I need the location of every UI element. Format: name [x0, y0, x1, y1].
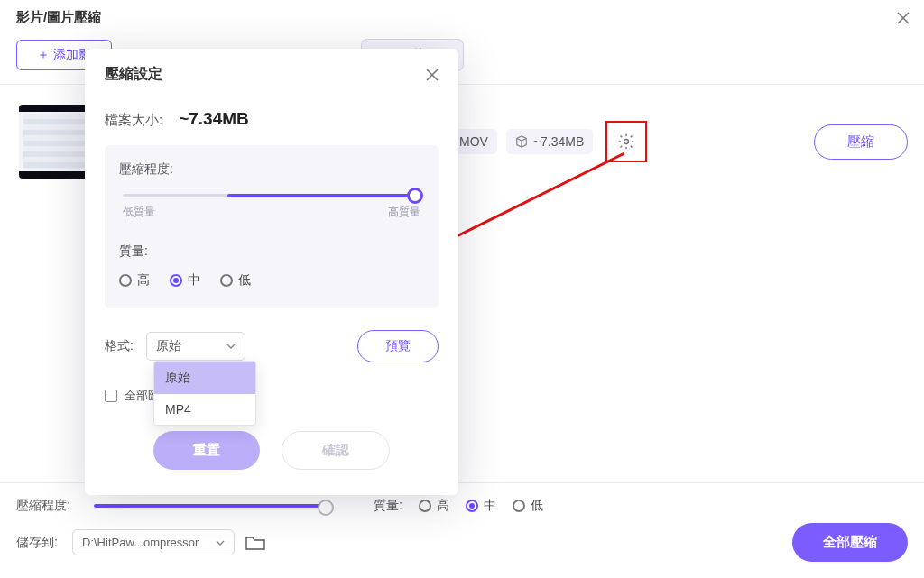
compression-slider-fill: [227, 194, 421, 197]
format-option-original[interactable]: 原始: [154, 362, 255, 394]
format-option-mp4[interactable]: MP4: [154, 394, 255, 425]
reset-button[interactable]: 重置: [153, 431, 260, 470]
apply-all-checkbox[interactable]: [105, 390, 117, 402]
filesize-value: ~7.34MB: [179, 109, 249, 129]
modal-title: 壓縮設定: [105, 65, 162, 84]
compression-panel: 壓縮程度: 低質量 高質量 質量: 高 中 低: [105, 145, 439, 308]
compression-slider-thumb[interactable]: [407, 188, 423, 204]
quality-low-radio[interactable]: 低: [220, 272, 251, 289]
modal-quality-block: 質量: 高 中 低: [119, 243, 424, 289]
filesize-label: 檔案大小:: [105, 112, 162, 129]
modal-header: 壓縮設定: [105, 65, 439, 84]
format-select[interactable]: 原始: [146, 332, 245, 361]
quality-mid-radio[interactable]: 中: [170, 272, 200, 289]
slider-end-labels: 低質量 高質量: [123, 205, 420, 220]
format-row: 格式: 原始 預覽 原始 MP4: [105, 330, 439, 362]
format-label: 格式:: [105, 338, 134, 354]
modal-quality-radios: 高 中 低: [119, 272, 424, 289]
modal-quality-label: 質量:: [119, 243, 424, 260]
modal-close-icon[interactable]: [426, 69, 439, 81]
modal-compression-label: 壓縮程度:: [119, 161, 424, 178]
quality-high-radio[interactable]: 高: [119, 272, 150, 289]
format-dropdown: 原始 MP4: [153, 361, 256, 426]
compression-slider-wrap: 低質量 高質量: [123, 194, 420, 220]
slider-high-label: 高質量: [388, 205, 420, 220]
slider-low-label: 低質量: [123, 205, 155, 220]
filesize-row: 檔案大小: ~7.34MB: [105, 109, 439, 129]
confirm-button[interactable]: 確認: [282, 431, 390, 470]
compression-settings-modal: 壓縮設定 檔案大小: ~7.34MB 壓縮程度: 低質量 高質量 質量:: [85, 49, 458, 495]
modal-backdrop: 壓縮設定 檔案大小: ~7.34MB 壓縮程度: 低質量 高質量 質量:: [0, 0, 924, 578]
compression-slider[interactable]: [123, 194, 420, 197]
preview-button[interactable]: 預覽: [357, 330, 439, 362]
format-selected-text: 原始: [156, 338, 181, 354]
chevron-down-icon: [226, 342, 236, 351]
modal-actions: 重置 確認: [105, 431, 439, 470]
